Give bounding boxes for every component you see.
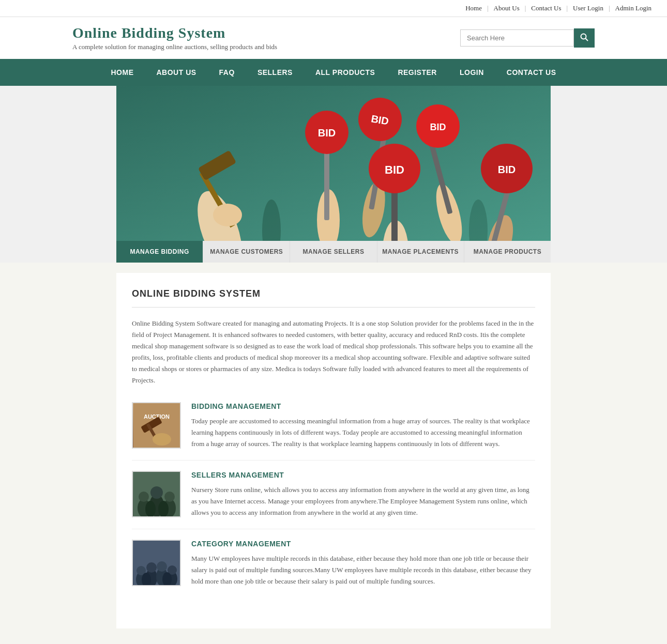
- svg-text:BID: BID: [430, 122, 446, 132]
- manage-placements-link[interactable]: MANAGE PLACEMENTS: [377, 241, 464, 263]
- logo-area: Online Bidding System A complete solutio…: [72, 25, 277, 51]
- feature-bidding-title: BIDDING MANAGEMENT: [191, 402, 535, 410]
- auction-icon: AUCTION: [133, 403, 180, 448]
- svg-point-6: [213, 204, 242, 226]
- feature-bidding-desc: Today people are accustomed to accessing…: [191, 416, 535, 450]
- svg-point-0: [581, 34, 586, 39]
- topbar-contact-link[interactable]: Contact Us: [526, 4, 566, 12]
- top-bar: Home | About Us | Contact Us | User Logi…: [0, 0, 667, 17]
- feature-sellers-desc: Nursery Store runs online, which allows …: [191, 484, 535, 518]
- category-icon: [133, 541, 180, 585]
- nav-all-products[interactable]: ALL PRODUCTS: [304, 59, 386, 86]
- search-icon: [580, 33, 588, 41]
- main-nav: HOME ABOUT US FAQ SELLERS ALL PRODUCTS R…: [0, 59, 667, 86]
- feature-sellers: SELLERS MANAGEMENT Nursery Store runs on…: [132, 471, 535, 529]
- site-subtitle: A complete solution for managing online …: [72, 43, 277, 51]
- svg-text:BID: BID: [385, 163, 404, 176]
- nav-about[interactable]: ABOUT US: [145, 59, 207, 86]
- feature-bidding: AUCTION BIDDING MANAGEMENT Today people …: [132, 402, 535, 461]
- search-button[interactable]: [574, 28, 595, 48]
- nav-home[interactable]: HOME: [99, 59, 145, 86]
- topbar-admin-login-link[interactable]: Admin Login: [610, 4, 657, 12]
- feature-category-image: [132, 540, 181, 586]
- sellers-icon: [133, 472, 180, 516]
- feature-sellers-title: SELLERS MANAGEMENT: [191, 471, 535, 479]
- svg-point-36: [139, 492, 149, 502]
- feature-sellers-text: SELLERS MANAGEMENT Nursery Store runs on…: [191, 471, 535, 518]
- search-input[interactable]: [460, 29, 574, 47]
- content-inner: ONLINE BIDDING SYSTEM Online Bidding Sys…: [116, 273, 551, 628]
- topbar-about-link[interactable]: About Us: [489, 4, 525, 12]
- section-title: ONLINE BIDDING SYSTEM: [132, 288, 535, 308]
- svg-point-47: [146, 562, 157, 573]
- content-wrapper: ONLINE BIDDING SYSTEM Online Bidding Sys…: [0, 263, 667, 644]
- nav-login[interactable]: LOGIN: [448, 59, 495, 86]
- svg-line-1: [586, 39, 588, 41]
- intro-text: Online Bidding System Software created f…: [132, 318, 535, 387]
- svg-point-49: [157, 561, 167, 572]
- nav-faq[interactable]: FAQ: [208, 59, 246, 86]
- nav-contact[interactable]: CONTACT US: [495, 59, 568, 86]
- nav-sellers[interactable]: SELLERS: [246, 59, 304, 86]
- svg-text:BID: BID: [318, 127, 336, 139]
- search-area: [460, 28, 595, 48]
- topbar-user-login-link[interactable]: User Login: [568, 4, 609, 12]
- hero-illustration: BID BID BID BID: [116, 86, 551, 241]
- header: Online Bidding System A complete solutio…: [0, 17, 667, 59]
- svg-text:BID: BID: [498, 164, 516, 175]
- nav-register[interactable]: REGISTER: [386, 59, 448, 86]
- manage-bidding-link[interactable]: MANAGE BIDDING: [116, 241, 203, 263]
- svg-point-33: [153, 433, 171, 446]
- manage-sellers-link[interactable]: MANAGE SELLERS: [290, 241, 377, 263]
- feature-sellers-image: [132, 471, 181, 517]
- feature-category: CATEGORY MANAGEMENT Many UW employees ha…: [132, 540, 535, 597]
- svg-point-40: [164, 492, 175, 502]
- feature-bidding-text: BIDDING MANAGEMENT Today people are accu…: [191, 402, 535, 450]
- manage-customers-link[interactable]: MANAGE CUSTOMERS: [203, 241, 290, 263]
- svg-point-38: [150, 486, 163, 499]
- feature-bidding-image: AUCTION: [132, 402, 181, 449]
- topbar-home-link[interactable]: Home: [460, 4, 487, 12]
- feature-category-desc: Many UW employees have multiple records …: [191, 553, 535, 587]
- hero-banner: BID BID BID BID: [116, 86, 551, 241]
- feature-category-text: CATEGORY MANAGEMENT Many UW employees ha…: [191, 540, 535, 587]
- site-title: Online Bidding System: [72, 25, 277, 41]
- manage-bar: MANAGE BIDDING MANAGE CUSTOMERS MANAGE S…: [116, 241, 551, 263]
- feature-category-title: CATEGORY MANAGEMENT: [191, 540, 535, 548]
- manage-products-link[interactable]: MANAGE PRODUCTS: [464, 241, 551, 263]
